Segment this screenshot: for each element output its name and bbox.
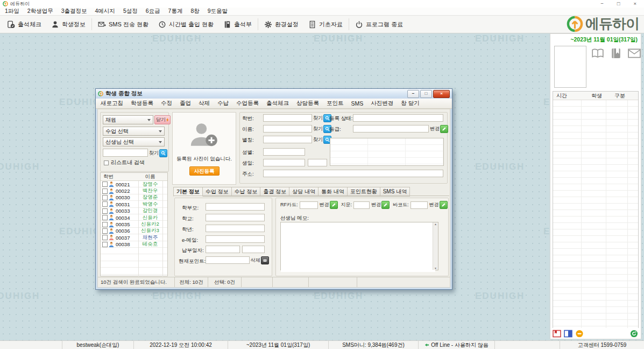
attendance-check-button[interactable]: 출석체크	[2, 16, 46, 33]
student-checkbox[interactable]	[102, 208, 108, 214]
photo-register-button[interactable]: 사진등록	[189, 166, 220, 176]
dialog-menu-item[interactable]: 사진변경	[371, 100, 393, 107]
barcode-change-button[interactable]: 변경	[429, 201, 448, 209]
menu-item[interactable]: 1파일	[5, 8, 19, 15]
blue-book-icon[interactable]	[564, 330, 572, 338]
student-button[interactable]: 학생정보	[46, 16, 90, 33]
student-row[interactable]: 00035신용카2	[101, 221, 167, 227]
student-checkbox[interactable]	[102, 235, 108, 240]
barcode-field[interactable]	[411, 201, 428, 209]
alias-field[interactable]	[263, 136, 312, 143]
enrollment-select[interactable]: 재원	[103, 115, 153, 124]
student-checkbox[interactable]	[102, 195, 108, 200]
dialog-menu-item[interactable]: 새로고침	[101, 100, 123, 107]
class-select[interactable]: 수업 선택	[103, 127, 165, 136]
dialog-menu-item[interactable]: 수업등록	[236, 100, 259, 107]
student-id-field[interactable]	[263, 114, 312, 122]
filter-find-button[interactable]: 찾기	[149, 149, 167, 157]
student-checkbox[interactable]	[102, 189, 108, 194]
menu-item[interactable]: 4메시지	[95, 8, 115, 15]
menu-item[interactable]: 6요금	[146, 8, 160, 15]
dialog-menu-item[interactable]: 삭제	[199, 100, 210, 107]
fingerprint-field[interactable]	[353, 201, 370, 209]
alias-find-button[interactable]: 찾기	[313, 136, 331, 144]
teacher-memo-textarea[interactable]	[281, 222, 435, 272]
red-book-icon[interactable]	[553, 330, 561, 338]
filter-close-button[interactable]: 닫기	[154, 115, 171, 124]
student-row[interactable]: 00037채현주	[101, 234, 167, 241]
student-checkbox[interactable]	[102, 215, 108, 220]
attendance-book-button[interactable]: 출석부	[218, 16, 257, 33]
birthday-extra-field[interactable]	[308, 159, 327, 166]
dialog-menu-item[interactable]: 학생등록	[131, 100, 153, 107]
dialog-menu-item[interactable]: 포인트	[327, 100, 344, 107]
student-row[interactable]: 00034신용카	[101, 214, 167, 221]
school-year-field[interactable]	[206, 225, 265, 232]
mail-icon[interactable]	[628, 48, 641, 59]
power-button[interactable]: 프로그램 종료	[350, 16, 408, 33]
orange-minus-icon[interactable]	[575, 330, 584, 338]
reg-status-field[interactable]	[353, 114, 443, 122]
dialog-menu-item[interactable]: 졸업	[180, 100, 191, 107]
pay-date-extra-field[interactable]	[242, 246, 265, 253]
name-find-button[interactable]: 찾기	[313, 125, 331, 133]
dialog-menu-item[interactable]: 수정	[161, 100, 172, 107]
email-field[interactable]	[206, 235, 265, 243]
fingerprint-change-button[interactable]: 변경	[371, 201, 390, 209]
student-search-input[interactable]	[103, 149, 148, 157]
memo-scrollbar[interactable]: ▲▼	[433, 222, 438, 270]
student-checkbox[interactable]	[102, 201, 108, 207]
dialog-menu-item[interactable]: SMS	[351, 100, 364, 107]
maximize-icon[interactable]: □	[617, 1, 620, 6]
menu-item[interactable]: 2학생업무	[27, 8, 53, 15]
student-row[interactable]: 00033강민경	[101, 208, 167, 214]
student-checkbox[interactable]	[102, 228, 108, 234]
grade-field[interactable]	[353, 125, 429, 132]
menu-item[interactable]: 5설정	[123, 8, 138, 15]
dialog-menu-item[interactable]: 출석체크	[266, 100, 289, 107]
dialog-maximize-icon[interactable]: □	[420, 90, 432, 98]
clock-inout-button[interactable]: 시간별 출입 현황	[153, 16, 218, 33]
minimize-icon[interactable]: −	[600, 1, 604, 6]
menu-item[interactable]: 8창	[190, 8, 199, 15]
open-book-icon[interactable]	[591, 48, 604, 59]
close-icon[interactable]: ×	[633, 1, 636, 6]
name-field[interactable]	[263, 125, 312, 132]
sms-send-button[interactable]: SMS 전송 현황	[93, 16, 153, 33]
student-row[interactable]: 00031박영수	[101, 201, 167, 207]
dialog-menu-item[interactable]: 수납	[217, 100, 229, 107]
address-field[interactable]	[263, 170, 443, 177]
base-data-button[interactable]: 기초자료	[303, 16, 348, 33]
student-checkbox[interactable]	[102, 242, 108, 247]
dialog-menu-item[interactable]: 상담등록	[296, 100, 319, 107]
student-row[interactable]: 00021장명수	[101, 181, 167, 187]
teacher-select[interactable]: 선생님 선택	[103, 137, 165, 146]
bookmark-book-icon[interactable]	[610, 48, 622, 59]
dialog-minimize-icon[interactable]: −	[407, 90, 419, 98]
rf-card-change-button[interactable]: 변경	[320, 201, 338, 209]
school-field[interactable]	[206, 214, 265, 221]
settings-gear-button[interactable]: 환경설정	[259, 16, 303, 33]
student-row[interactable]: 00030장영준	[101, 194, 167, 201]
in-list-search-checkbox[interactable]	[104, 160, 109, 165]
student-row[interactable]: 00022백찬우	[101, 187, 167, 194]
menu-item[interactable]: 9도움말	[208, 8, 228, 15]
student-checkbox[interactable]	[102, 182, 108, 187]
menu-item[interactable]: 3출결정보	[61, 8, 87, 15]
student-row[interactable]: 00036신용카3	[101, 228, 167, 234]
birthday-field[interactable]	[263, 159, 305, 166]
rf-card-field[interactable]	[300, 201, 318, 209]
dialog-close-icon[interactable]: ×	[433, 90, 450, 98]
grade-change-button[interactable]: 변경	[430, 125, 448, 133]
student-id-find-button[interactable]: 찾기	[313, 114, 331, 122]
pay-date-field[interactable]	[206, 246, 240, 253]
points-field[interactable]	[206, 256, 250, 264]
student-checkbox[interactable]	[102, 222, 108, 227]
points-delete-button[interactable]: 삭제	[251, 256, 269, 264]
student-row[interactable]: 00038테슷흐	[101, 241, 167, 248]
menu-item[interactable]: 7통계	[168, 8, 183, 15]
parent-field[interactable]	[206, 203, 265, 211]
gender-field[interactable]	[263, 148, 305, 156]
dialog-menu-item[interactable]: 창 닫기	[401, 100, 419, 107]
refresh-icon[interactable]	[630, 330, 638, 338]
